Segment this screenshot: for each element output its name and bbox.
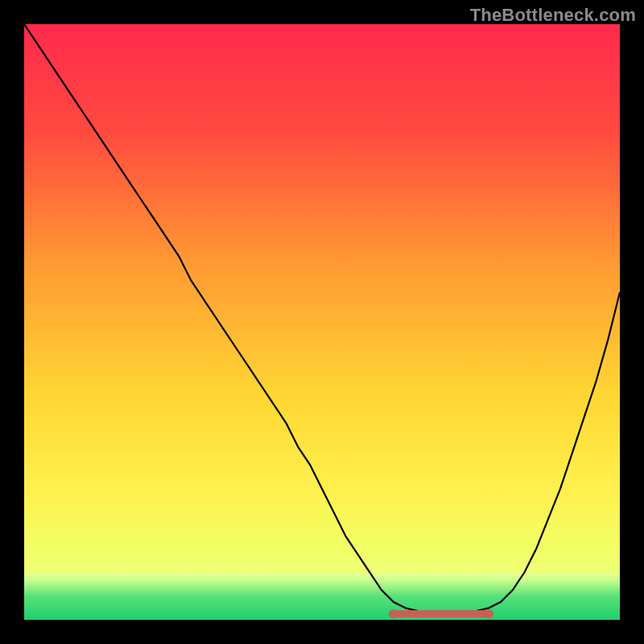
watermark-text: TheBottleneck.com [470,5,636,26]
plot-area [24,24,620,620]
chart-container: TheBottleneck.com [0,0,644,644]
curve-overlay [24,24,620,620]
